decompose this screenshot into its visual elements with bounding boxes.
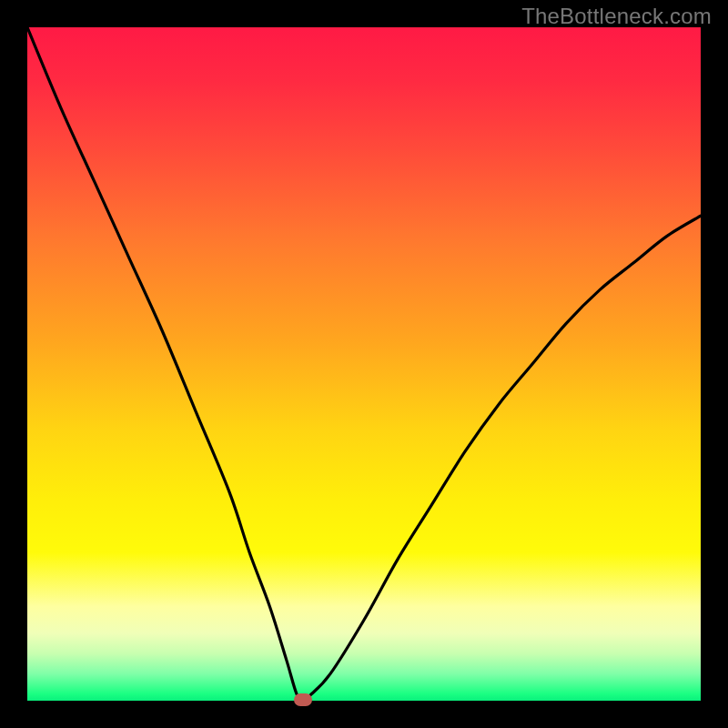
bottleneck-curve bbox=[27, 27, 701, 701]
optimal-point-marker bbox=[294, 693, 312, 706]
plot-area bbox=[27, 27, 701, 701]
watermark-text: TheBottleneck.com bbox=[521, 4, 712, 29]
chart-frame: TheBottleneck.com bbox=[0, 0, 728, 728]
curve-path bbox=[27, 27, 701, 700]
